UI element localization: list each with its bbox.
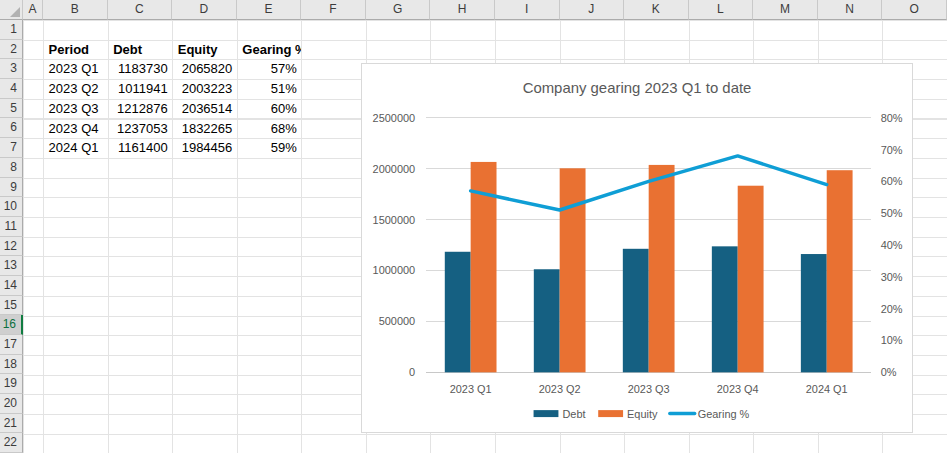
right-axis-label-20%: 20% [881, 303, 903, 315]
row-header-6[interactable]: 6 [0, 118, 23, 138]
row-header-18[interactable]: 18 [0, 355, 23, 375]
cell-D6[interactable]: 1832265 [173, 119, 237, 139]
cell-B3[interactable]: 2023 Q1 [44, 59, 108, 79]
right-axis-label-70%: 70% [881, 144, 903, 156]
bar-equity-2023-Q2[interactable] [560, 168, 586, 372]
left-axis-label-500000: 500000 [379, 315, 416, 327]
left-axis-label-0: 0 [409, 366, 415, 378]
cell-header-Debt[interactable]: Debt [108, 40, 172, 60]
bar-debt-2023-Q2[interactable] [534, 269, 560, 372]
col-header-G[interactable]: G [366, 0, 431, 20]
cell-E6[interactable]: 68% [237, 119, 301, 139]
row-headers: 12345678910111213141516171819202122 [0, 20, 23, 453]
col-header-M[interactable]: M [753, 0, 818, 20]
bar-equity-2024-Q1[interactable] [827, 170, 853, 372]
row-header-9[interactable]: 9 [0, 178, 23, 198]
row-header-8[interactable]: 8 [0, 158, 23, 178]
left-axis-label-2500000: 2500000 [373, 112, 416, 124]
col-header-L[interactable]: L [689, 0, 754, 20]
col-header-A[interactable]: A [23, 0, 43, 20]
col-header-I[interactable]: I [495, 0, 560, 20]
x-axis-label-2023-Q4: 2023 Q4 [717, 383, 759, 395]
row-header-5[interactable]: 5 [0, 99, 23, 119]
cell-C4[interactable]: 1011941 [108, 79, 172, 99]
row-header-3[interactable]: 3 [0, 59, 23, 79]
chart-title[interactable]: Company gearing 2023 Q1 to date [523, 80, 752, 96]
row-header-12[interactable]: 12 [0, 237, 23, 257]
row-header-2[interactable]: 2 [0, 40, 23, 60]
row-header-13[interactable]: 13 [0, 256, 23, 276]
row-header-4[interactable]: 4 [0, 79, 23, 99]
right-axis-label-80%: 80% [881, 112, 903, 124]
legend-swatch-equity[interactable] [598, 410, 623, 417]
row-header-7[interactable]: 7 [0, 138, 23, 158]
select-all-triangle-icon [10, 7, 20, 17]
row-header-19[interactable]: 19 [0, 374, 23, 394]
row-header-17[interactable]: 17 [0, 335, 23, 355]
bar-debt-2023-Q4[interactable] [712, 246, 738, 372]
row-header-15[interactable]: 15 [0, 296, 23, 316]
legend-label-debt[interactable]: Debt [562, 408, 585, 420]
right-axis-label-40%: 40% [881, 239, 903, 251]
gearing-chart-svg: Company gearing 2023 Q1 to date050000010… [362, 64, 912, 432]
cell-B6[interactable]: 2023 Q4 [44, 119, 108, 139]
col-header-N[interactable]: N [818, 0, 883, 20]
cell-D4[interactable]: 2003223 [173, 79, 237, 99]
legend-label-gearing[interactable]: Gearing % [698, 408, 750, 420]
cell-D7[interactable]: 1984456 [173, 138, 237, 158]
cell-D3[interactable]: 2065820 [173, 59, 237, 79]
cell-E3[interactable]: 57% [237, 59, 301, 79]
left-axis-label-1500000: 1500000 [373, 214, 416, 226]
cell-C3[interactable]: 1183730 [108, 59, 172, 79]
cell-header-Period[interactable]: Period [44, 40, 108, 60]
right-axis-label-30%: 30% [881, 271, 903, 283]
excel-worksheet: ABCDEFGHIJKLMNO 123456789101112131415161… [0, 0, 947, 453]
bar-debt-2023-Q3[interactable] [623, 249, 649, 373]
bar-debt-2024-Q1[interactable] [801, 254, 827, 372]
chart-object[interactable]: Company gearing 2023 Q1 to date050000010… [361, 63, 913, 433]
row-header-10[interactable]: 10 [0, 197, 23, 217]
row-header-20[interactable]: 20 [0, 394, 23, 414]
col-header-E[interactable]: E [237, 0, 302, 20]
right-axis-label-0%: 0% [881, 366, 897, 378]
x-axis-label-2023-Q3: 2023 Q3 [628, 383, 670, 395]
right-axis-label-10%: 10% [881, 334, 903, 346]
right-axis-label-50%: 50% [881, 207, 903, 219]
cell-E4[interactable]: 51% [237, 79, 301, 99]
cell-C6[interactable]: 1237053 [108, 119, 172, 139]
col-header-O[interactable]: O [882, 0, 947, 20]
cell-D5[interactable]: 2036514 [173, 99, 237, 119]
cell-header-Equity[interactable]: Equity [173, 40, 237, 60]
x-axis-label-2023-Q1: 2023 Q1 [450, 383, 492, 395]
row-header-16[interactable]: 16 [0, 315, 23, 335]
cell-B5[interactable]: 2023 Q3 [44, 99, 108, 119]
cell-C5[interactable]: 1212876 [108, 99, 172, 119]
cell-header-Gearing %[interactable]: Gearing % [237, 40, 301, 60]
cell-E5[interactable]: 60% [237, 99, 301, 119]
legend-label-equity[interactable]: Equity [627, 408, 658, 420]
col-header-F[interactable]: F [301, 0, 366, 20]
cell-B7[interactable]: 2024 Q1 [44, 138, 108, 158]
row-header-22[interactable]: 22 [0, 433, 23, 453]
legend-swatch-debt[interactable] [534, 410, 559, 417]
left-axis-label-2000000: 2000000 [373, 163, 416, 175]
row-header-14[interactable]: 14 [0, 276, 23, 296]
col-header-K[interactable]: K [624, 0, 689, 20]
right-axis-label-60%: 60% [881, 175, 903, 187]
col-header-H[interactable]: H [430, 0, 495, 20]
select-all-corner[interactable] [0, 0, 23, 20]
row-header-1[interactable]: 1 [0, 20, 23, 40]
row-header-11[interactable]: 11 [0, 217, 23, 237]
bar-equity-2023-Q3[interactable] [649, 165, 675, 372]
cell-B4[interactable]: 2023 Q2 [44, 79, 108, 99]
col-header-C[interactable]: C [108, 0, 173, 20]
cell-E7[interactable]: 59% [237, 138, 301, 158]
x-axis-label-2024-Q1: 2024 Q1 [806, 383, 848, 395]
col-header-J[interactable]: J [560, 0, 625, 20]
bar-debt-2023-Q1[interactable] [445, 252, 471, 373]
bar-equity-2023-Q4[interactable] [738, 186, 764, 373]
col-header-D[interactable]: D [172, 0, 237, 20]
cell-C7[interactable]: 1161400 [108, 138, 172, 158]
row-header-21[interactable]: 21 [0, 414, 23, 434]
col-header-B[interactable]: B [43, 0, 108, 20]
